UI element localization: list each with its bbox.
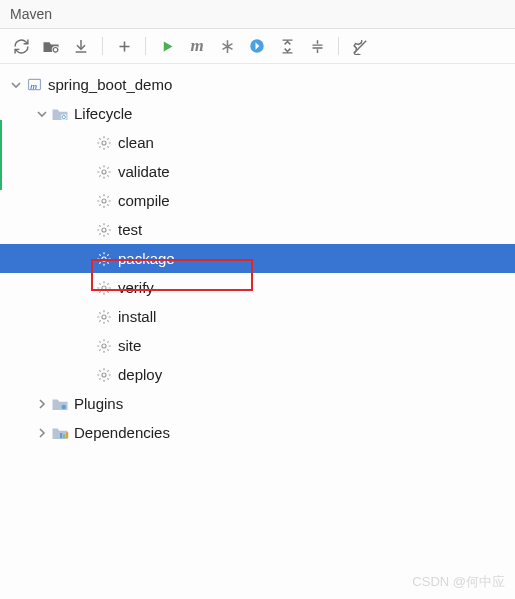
chevron-right-icon[interactable] [34, 396, 50, 412]
svg-text:m: m [30, 82, 37, 91]
project-node[interactable]: m spring_boot_demo [0, 70, 515, 99]
skip-tests-icon[interactable] [244, 34, 270, 58]
download-icon[interactable] [68, 34, 94, 58]
svg-point-15 [62, 404, 67, 409]
plugins-node[interactable]: Plugins [0, 389, 515, 418]
goal-label: test [118, 221, 142, 238]
svg-point-9 [102, 228, 106, 232]
chevron-right-icon[interactable] [34, 425, 50, 441]
goal-site[interactable]: site [0, 331, 515, 360]
toggle-offline-icon[interactable] [214, 34, 240, 58]
project-label: spring_boot_demo [48, 76, 172, 93]
goal-label: package [118, 250, 175, 267]
maven-tree: m spring_boot_demo Lifecycle cleanvalida… [0, 64, 515, 453]
watermark-text: CSDN @何中应 [412, 573, 505, 591]
goal-label: clean [118, 134, 154, 151]
goal-label: deploy [118, 366, 162, 383]
goal-install[interactable]: install [0, 302, 515, 331]
goal-test[interactable]: test [0, 215, 515, 244]
folder-deps-icon [50, 423, 70, 443]
maven-module-icon: m [24, 75, 44, 95]
dependencies-node[interactable]: Dependencies [0, 418, 515, 447]
goal-label: compile [118, 192, 170, 209]
gear-icon [94, 220, 114, 240]
plugins-label: Plugins [74, 395, 123, 412]
svg-point-12 [102, 315, 106, 319]
chevron-down-icon[interactable] [8, 77, 24, 93]
folder-plugins-icon [50, 394, 70, 414]
goal-package[interactable]: package [0, 244, 515, 273]
gear-icon [94, 191, 114, 211]
expand-icon[interactable] [304, 34, 330, 58]
svg-point-7 [102, 170, 106, 174]
gear-icon [94, 278, 114, 298]
svg-point-10 [102, 257, 106, 261]
gear-icon [94, 307, 114, 327]
goal-label: install [118, 308, 156, 325]
gear-icon [94, 162, 114, 182]
svg-point-14 [102, 373, 106, 377]
chevron-down-icon[interactable] [34, 106, 50, 122]
goal-label: verify [118, 279, 154, 296]
goal-deploy[interactable]: deploy [0, 360, 515, 389]
gear-icon [94, 249, 114, 269]
folder-gear-icon [50, 104, 70, 124]
goal-label: validate [118, 163, 170, 180]
gutter-marker [0, 120, 2, 190]
goal-verify[interactable]: verify [0, 273, 515, 302]
dependencies-label: Dependencies [74, 424, 170, 441]
add-icon[interactable] [111, 34, 137, 58]
goal-compile[interactable]: compile [0, 186, 515, 215]
generate-sources-icon[interactable] [38, 34, 64, 58]
svg-rect-18 [66, 432, 68, 438]
collapse-icon[interactable] [274, 34, 300, 58]
maven-toolbar: m [0, 29, 515, 64]
svg-point-11 [102, 286, 106, 290]
gear-icon [94, 336, 114, 356]
svg-point-6 [102, 141, 106, 145]
svg-rect-16 [60, 433, 62, 438]
svg-point-8 [102, 199, 106, 203]
goal-validate[interactable]: validate [0, 157, 515, 186]
lifecycle-label: Lifecycle [74, 105, 132, 122]
svg-rect-17 [63, 434, 65, 438]
settings-icon[interactable] [347, 34, 373, 58]
separator [102, 37, 103, 55]
lifecycle-node[interactable]: Lifecycle [0, 99, 515, 128]
gear-icon [94, 133, 114, 153]
separator [145, 37, 146, 55]
execute-goal-icon[interactable]: m [184, 34, 210, 58]
gear-icon [94, 365, 114, 385]
goal-label: site [118, 337, 141, 354]
refresh-icon[interactable] [8, 34, 34, 58]
goal-clean[interactable]: clean [0, 128, 515, 157]
panel-title: Maven [0, 0, 515, 29]
svg-point-13 [102, 344, 106, 348]
separator [338, 37, 339, 55]
run-icon[interactable] [154, 34, 180, 58]
